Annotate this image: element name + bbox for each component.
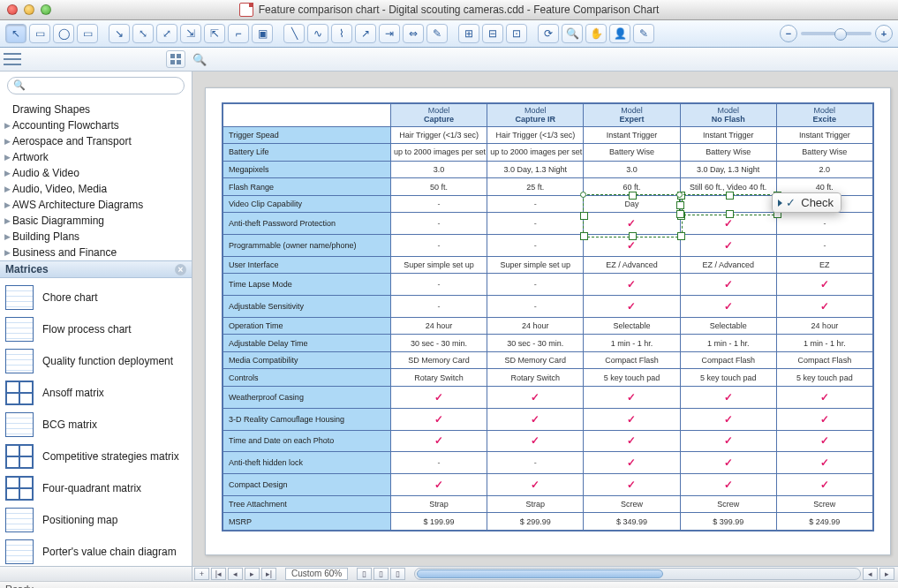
table-cell[interactable]: $ 249.99 xyxy=(776,513,872,531)
table-cell[interactable]: ✓ xyxy=(584,274,680,296)
prev-page-button[interactable]: ◂ xyxy=(228,568,243,580)
table-cell[interactable]: Battery Wise xyxy=(584,144,680,162)
table-cell[interactable]: ✓ xyxy=(391,474,487,496)
tool-line-4[interactable]: ↗ xyxy=(355,24,376,43)
table-cell[interactable]: ✓ xyxy=(487,408,584,430)
table-cell[interactable]: ✓ xyxy=(584,408,680,430)
zoom-level-label[interactable]: Custom 60% xyxy=(285,568,348,580)
tool-rectangle[interactable]: ▭ xyxy=(29,24,50,43)
tool-connector-3[interactable]: ⤢ xyxy=(156,24,177,43)
shape-item[interactable]: Competitive strategies matrix xyxy=(0,441,192,472)
table-cell[interactable]: 30 sec - 30 min. xyxy=(391,335,487,352)
table-cell[interactable]: - xyxy=(487,195,584,213)
close-icon[interactable]: × xyxy=(175,264,186,275)
table-row[interactable]: MSRP$ 199.99$ 299.99$ 349.99$ 399.99$ 24… xyxy=(223,513,873,531)
table-cell[interactable]: Day xyxy=(584,195,680,213)
table-cell[interactable]: 1 min - 1 hr. xyxy=(680,335,776,352)
tool-pointer[interactable]: ↖ xyxy=(5,24,26,43)
table-cell[interactable]: ✓ xyxy=(776,452,872,474)
table-cell[interactable]: ✓ xyxy=(487,430,584,452)
table-cell[interactable]: EZ / Advanced xyxy=(584,256,680,274)
table-cell[interactable]: SD Memory Card xyxy=(487,351,584,369)
category-item[interactable]: ▶Aerospace and Transport xyxy=(0,133,192,149)
table-row[interactable]: Media CompatibilitySD Memory CardSD Memo… xyxy=(223,351,873,369)
table-cell[interactable]: ✓ xyxy=(680,296,776,318)
tool-zoom[interactable]: 🔍 xyxy=(562,24,583,43)
table-cell[interactable]: - xyxy=(487,452,584,474)
table-cell[interactable]: 24 hour xyxy=(776,317,872,335)
table-cell[interactable]: - xyxy=(391,235,487,257)
smart-popup[interactable]: ✓ Check xyxy=(772,192,841,213)
menu-icon[interactable] xyxy=(4,53,21,65)
table-row[interactable]: Weatherproof Casing✓✓✓✓✓ xyxy=(223,387,873,409)
table-cell[interactable]: ✓ xyxy=(776,274,872,296)
table-cell[interactable]: 3.0 xyxy=(584,161,680,178)
table-cell[interactable]: 5 key touch pad xyxy=(584,369,680,387)
table-row[interactable]: Programmable (owner name/phone)--✓✓- xyxy=(223,235,873,257)
table-cell[interactable]: ✓ xyxy=(776,430,872,452)
table-row[interactable]: Adjustable Delay Time30 sec - 30 min.30 … xyxy=(223,335,873,352)
table-cell[interactable]: Selectable xyxy=(584,317,680,335)
table-cell[interactable]: ✓ xyxy=(487,387,584,409)
table-cell[interactable]: ✓ xyxy=(584,474,680,496)
tool-line-7[interactable]: ✎ xyxy=(426,24,448,43)
table-row[interactable]: Battery Lifeup to 2000 images per setup … xyxy=(223,144,873,162)
table-cell[interactable]: Strap xyxy=(391,495,487,513)
tool-line-2[interactable]: ∿ xyxy=(307,24,328,43)
table-cell[interactable]: Instant Trigger xyxy=(776,126,872,144)
category-item[interactable]: ▶Artwork xyxy=(0,149,192,165)
table-cell[interactable]: Instant Trigger xyxy=(680,126,776,144)
tool-ellipse[interactable]: ◯ xyxy=(53,24,74,43)
table-cell[interactable]: 24 hour xyxy=(487,317,584,335)
category-item[interactable]: ▶AWS Architecture Diagrams xyxy=(0,197,192,213)
table-cell[interactable]: Still 60 ft., Video 40 ft. xyxy=(680,178,776,196)
table-cell[interactable]: Hair Trigger (<1/3 sec) xyxy=(487,126,584,144)
table-row[interactable]: Anti-theft hidden lock--✓✓✓ xyxy=(223,452,873,474)
tool-connector-7[interactable]: ▣ xyxy=(252,24,273,43)
table-row[interactable]: ControlsRotary SwitchRotary Switch5 key … xyxy=(223,369,873,387)
category-item[interactable]: ▶Business and Finance xyxy=(0,245,192,260)
table-cell[interactable]: - xyxy=(391,213,487,235)
table-cell[interactable]: ✓ xyxy=(584,296,680,318)
zoom-in-button[interactable]: + xyxy=(875,25,893,42)
table-cell[interactable]: ✓ xyxy=(776,408,872,430)
table-cell[interactable]: 25 ft. xyxy=(487,178,584,196)
table-cell[interactable]: Battery Wise xyxy=(776,144,872,162)
zoom-slider-thumb[interactable] xyxy=(834,28,847,41)
table-cell[interactable]: ✓ xyxy=(584,452,680,474)
category-item[interactable]: ▶Building Plans xyxy=(0,229,192,245)
table-cell[interactable]: Selectable xyxy=(680,317,776,335)
horizontal-scrollbar[interactable] xyxy=(414,568,861,580)
table-cell[interactable]: Screw xyxy=(776,495,872,513)
table-cell[interactable]: Compact Flash xyxy=(776,351,872,369)
next-page-button[interactable]: ▸ xyxy=(245,568,260,580)
tool-line-3[interactable]: ⌇ xyxy=(331,24,352,43)
table-cell[interactable]: - xyxy=(776,213,872,235)
shape-item[interactable]: Porter's value chain diagram xyxy=(0,536,192,566)
table-cell[interactable]: ✓ xyxy=(776,296,872,318)
table-cell[interactable]: ✓ xyxy=(584,235,680,257)
table-cell[interactable]: Screw xyxy=(680,495,776,513)
table-cell[interactable]: 3.0 Day, 1.3 Night xyxy=(680,161,776,178)
table-cell[interactable]: - xyxy=(391,452,487,474)
table-cell[interactable]: 2.0 xyxy=(776,161,872,178)
shape-search-input[interactable] xyxy=(7,77,185,94)
tool-pan[interactable]: ✋ xyxy=(585,24,607,43)
zoom-slider[interactable] xyxy=(801,32,872,35)
table-cell[interactable]: ✓ xyxy=(680,274,776,296)
table-row[interactable]: Time Lapse Mode--✓✓✓ xyxy=(223,274,873,296)
table-cell[interactable]: 3.0 xyxy=(391,161,487,178)
table-cell[interactable]: ✓ xyxy=(584,387,680,409)
table-cell[interactable]: 3.0 Day, 1.3 Night xyxy=(487,161,584,178)
tool-connector-6[interactable]: ⌐ xyxy=(228,24,249,43)
shape-item[interactable]: BCG matrix xyxy=(0,409,192,441)
shape-item[interactable]: Flow process chart xyxy=(0,313,192,345)
tool-line-1[interactable]: ╲ xyxy=(283,24,305,43)
table-cell[interactable]: Instant Trigger xyxy=(584,126,680,144)
table-cell[interactable]: ✓ xyxy=(584,430,680,452)
table-cell[interactable]: ✓ xyxy=(680,387,776,409)
tool-line-5[interactable]: ⇥ xyxy=(379,24,400,43)
table-cell[interactable]: - xyxy=(391,274,487,296)
add-page-button[interactable]: + xyxy=(194,568,209,580)
table-cell[interactable]: - xyxy=(391,195,487,213)
